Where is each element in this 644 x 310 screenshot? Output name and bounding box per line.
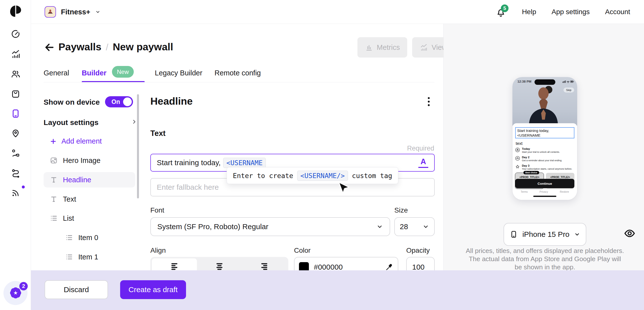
chevron-down-icon: [574, 231, 580, 238]
tab-legacy-builder[interactable]: Legacy Builder: [155, 69, 202, 77]
benefit-row: Today Start your trial to unlock all con…: [515, 147, 575, 153]
sidebar-rail: [0, 0, 31, 310]
align-label: Align: [150, 246, 166, 254]
lock-icon: [515, 147, 520, 152]
bell-icon: [515, 156, 520, 161]
continue-button[interactable]: Continue: [515, 179, 574, 188]
seal-star-icon: ★: [10, 287, 21, 298]
panel-scrollbar[interactable]: [137, 94, 139, 198]
preview-headline[interactable]: Start training today, <USERNAME: [515, 127, 574, 138]
show-on-device-label: Show on device: [44, 98, 100, 106]
breadcrumb: Paywalls / New paywall: [58, 41, 173, 53]
breadcrumb-current: New paywall: [113, 41, 173, 53]
mouse-cursor: [336, 181, 350, 197]
event-feed-icon[interactable]: [8, 186, 23, 200]
flows-icon[interactable]: [8, 166, 23, 180]
size-label: Size: [394, 206, 408, 214]
phone-icon: [510, 230, 518, 239]
app-switcher[interactable]: Fitness+: [44, 0, 100, 24]
products-icon[interactable]: [8, 87, 23, 101]
notification-count-badge: 5: [501, 5, 508, 12]
topbar: Fitness+ 5 Help App settings Account: [31, 0, 644, 24]
element-item-text[interactable]: Text: [44, 192, 135, 207]
phone-preview: 12:38 PM Skip Start training today, <USE…: [512, 77, 577, 200]
meditating-person-icon: [44, 6, 56, 18]
placements-icon[interactable]: [8, 126, 23, 140]
help-link[interactable]: Help: [522, 8, 536, 16]
tab-bar: General Builder New Legacy Builder Remot…: [31, 65, 443, 82]
page-header: Paywalls / New paywall Metrics View in a…: [31, 24, 443, 65]
elements-panel: Show on device On Layout settings Add el…: [44, 92, 143, 270]
whats-new-count-badge: 2: [19, 282, 28, 290]
line-chart-icon: [420, 43, 428, 52]
toggle-knob: [123, 97, 132, 106]
create-as-draft-button[interactable]: Create as draft: [120, 280, 186, 299]
breadcrumb-parent[interactable]: Paywalls: [58, 41, 101, 53]
size-select[interactable]: 28: [394, 217, 435, 236]
element-item-headline[interactable]: Headline: [44, 172, 135, 188]
list-icon: [65, 233, 73, 242]
topbar-right: 5 Help App settings Account: [496, 0, 630, 24]
font-label: Font: [150, 206, 164, 214]
custom-tag-tooltip: Enter to create <USERNAME/> custom tag: [227, 167, 398, 184]
analytics-icon[interactable]: [8, 47, 23, 61]
terms-link[interactable]: Terms: [521, 190, 528, 193]
paywall-builder-app: ★ 2 Fitness+ 5 Help App settings Account…: [0, 0, 644, 310]
preview-eye-button[interactable]: [624, 227, 636, 239]
color-label: Color: [294, 246, 310, 254]
adapty-logo[interactable]: [9, 5, 22, 19]
chevron-down-icon: [95, 9, 100, 15]
app-settings-link[interactable]: App settings: [552, 8, 590, 16]
whats-new-button[interactable]: ★ 2: [4, 281, 28, 305]
legal-links: Terms Privacy Restore: [515, 190, 574, 193]
show-on-device-toggle[interactable]: On: [105, 96, 133, 107]
benefit-row: Day 3 Your subscription starts, cancel a…: [515, 164, 575, 170]
element-item-item-1[interactable]: Item 1: [44, 249, 135, 265]
event-feed-notification-dot: [22, 186, 25, 189]
device-select[interactable]: iPhone 15 Pro: [504, 223, 586, 246]
text-icon: [50, 195, 58, 203]
paywalls-icon[interactable]: [8, 106, 23, 121]
users-icon[interactable]: [8, 67, 23, 81]
status-icons: [562, 80, 574, 83]
notifications-button[interactable]: 5: [496, 6, 506, 18]
list-icon: [50, 214, 58, 222]
star-icon: [515, 165, 520, 169]
dashboard-icon[interactable]: [8, 27, 23, 41]
headline-editor: Headline Text Required Start training to…: [150, 94, 435, 270]
preview-text-element[interactable]: text: [516, 141, 522, 146]
opacity-label: Opacity: [406, 246, 430, 254]
element-item-list[interactable]: List: [44, 211, 135, 226]
tab-general[interactable]: General: [44, 69, 69, 77]
element-item-hero-image[interactable]: Hero Image: [44, 153, 135, 168]
chevron-down-icon: [422, 223, 429, 230]
eyedropper-icon[interactable]: [385, 263, 393, 271]
kebab-menu-icon[interactable]: [424, 96, 433, 107]
ab-tests-icon[interactable]: [8, 146, 23, 160]
font-select[interactable]: System (SF Pro, Roboto) Regular: [150, 217, 390, 236]
restore-link[interactable]: Restore: [560, 190, 569, 193]
plus-icon: [50, 138, 57, 145]
discard-button[interactable]: Discard: [44, 280, 108, 299]
add-element-button[interactable]: Add element: [50, 137, 102, 145]
text-section-label: Text: [150, 129, 166, 138]
home-indicator: [533, 196, 556, 197]
custom-font-icon[interactable]: A: [418, 157, 428, 168]
chevron-down-icon: [376, 223, 383, 230]
layout-settings-item[interactable]: Layout settings: [44, 118, 98, 127]
back-arrow-icon[interactable]: [44, 42, 55, 53]
username-tag-chip[interactable]: <USERNAME: [223, 158, 266, 168]
privacy-link[interactable]: Privacy: [540, 190, 548, 193]
tab-remote-config[interactable]: Remote config: [214, 69, 261, 77]
element-item-item-0[interactable]: Item 0: [44, 230, 135, 245]
app-name: Fitness+: [61, 8, 90, 16]
tab-builder[interactable]: Builder: [82, 69, 106, 77]
list-icon: [65, 253, 73, 261]
metrics-button[interactable]: Metrics: [358, 37, 407, 58]
eye-icon: [624, 227, 636, 239]
tabs-divider: [44, 82, 434, 82]
footer-bar: Discard Create as draft: [31, 270, 644, 310]
text-icon: [50, 176, 58, 184]
skip-button[interactable]: Skip: [564, 88, 574, 92]
account-link[interactable]: Account: [605, 8, 630, 16]
